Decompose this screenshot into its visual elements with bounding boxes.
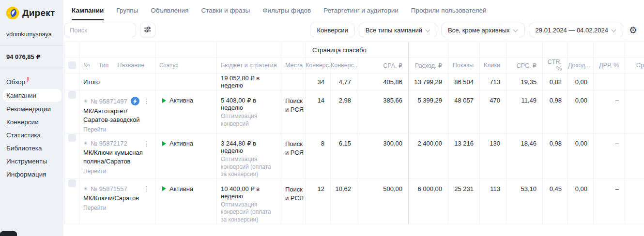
yandex-logo-icon	[6, 7, 19, 19]
status-text: Активна	[169, 185, 193, 192]
account-name[interactable]: vdomkumysnaya	[0, 19, 63, 46]
yandex-direct-logo[interactable]: Директ	[0, 6, 63, 19]
totals-budget: 19 052,80 ₽ в неделю	[217, 74, 281, 90]
column-header-number[interactable]: №	[83, 62, 90, 69]
column-header-status[interactable]: Статус	[155, 58, 217, 74]
cell-revenue: 0,00	[568, 178, 594, 224]
campaign-type-icon: ✳	[83, 186, 88, 192]
campaign-go-link[interactable]: Перейти	[83, 205, 151, 211]
sidebar-item-conversions[interactable]: Конверсии	[0, 116, 63, 129]
column-header-clicks[interactable]: Клики	[480, 58, 506, 74]
tab-campaigns[interactable]: Кампании	[72, 7, 104, 20]
column-header-cpa[interactable]: CPA, ₽	[357, 58, 409, 74]
cell-ctr: 0,45	[543, 178, 568, 224]
sidebar-item-recommendations[interactable]: Рекомендации	[0, 103, 63, 116]
kebab-menu-icon[interactable]: ⋮	[142, 98, 151, 104]
cell-cpc: 53,10	[506, 178, 543, 224]
column-header-revenue[interactable]: Доход...	[568, 58, 594, 74]
cell-conversions: 8	[306, 133, 331, 179]
column-header-impressions[interactable]: Показы	[448, 58, 480, 74]
budget-value: 3 244,80 ₽ в неделю	[221, 140, 277, 154]
date-range-dropdown[interactable]: 29.01.2024 — 04.02.2024	[529, 23, 623, 37]
sliders-icon	[144, 26, 152, 35]
yandex-direct-app: Директ vdomkumysnaya 94 076,85 ₽ Обзорβ …	[0, 0, 644, 236]
budget-value: 10 400,00 ₽ в неделю	[221, 185, 277, 200]
campaign-name[interactable]: МК/Ключи кумысная поляна/Саратов	[83, 148, 151, 165]
tab-groups[interactable]: Группы	[116, 7, 138, 20]
tab-user-profiles[interactable]: Профили пользователей	[411, 7, 487, 20]
tab-ads[interactable]: Объявления	[151, 7, 188, 20]
sidebar-item-information[interactable]: Информация	[0, 168, 63, 181]
conversions-button[interactable]: Конверсии	[310, 23, 354, 37]
column-header-cpc[interactable]: CPC, ₽	[506, 58, 543, 74]
column-header-drr[interactable]: ДРР, %	[594, 58, 625, 74]
tab-retargeting[interactable]: Ретаргетинг и аудитории	[323, 7, 399, 20]
sidebar-item-library[interactable]: Библиотека	[0, 142, 63, 155]
column-header-ctr[interactable]: CTR, %	[543, 58, 568, 74]
chevron-down-icon	[513, 27, 518, 31]
column-header-cropped[interactable]: Ср	[625, 58, 644, 74]
sidebar-item-tools[interactable]: Инструменты	[0, 155, 63, 168]
totals-conversions: 34	[306, 74, 331, 90]
kebab-menu-icon[interactable]: ⋮	[142, 185, 151, 192]
column-header-conversions[interactable]: Конверс...	[306, 58, 331, 74]
cell-revenue: 0,00	[568, 90, 594, 133]
account-balance[interactable]: 94 076,85 ₽	[0, 46, 63, 68]
table-settings-gear-button[interactable]: ⚙	[627, 26, 639, 35]
cell-drr: –	[594, 90, 625, 133]
tab-feed-filters[interactable]: Фильтры фидов	[262, 7, 311, 20]
column-header-conversion-rate[interactable]: Конверс...	[331, 58, 357, 74]
row-checkbox[interactable]	[68, 134, 76, 142]
campaign-go-link[interactable]: Перейти	[83, 168, 151, 175]
strategy-text: Оптимизация конверсий	[221, 113, 277, 128]
sidebar-item-label: Статистика	[6, 132, 41, 139]
cell-cost: 2 400,00	[409, 133, 448, 179]
play-icon	[162, 141, 166, 146]
column-header-budget[interactable]: Бюджет и стратегия	[217, 58, 281, 74]
campaign-go-link[interactable]: Перейти	[83, 126, 151, 133]
kebab-menu-icon[interactable]: ⋮	[142, 140, 151, 147]
campaign-name[interactable]: МК/Ключи/Саратов	[83, 194, 151, 203]
cell-conversion-rate: 6,15	[331, 133, 357, 179]
filter-settings-button[interactable]	[140, 23, 155, 37]
row-checkbox[interactable]	[68, 91, 76, 99]
gear-icon: ⚙	[629, 25, 637, 35]
sidebar: Директ vdomkumysnaya 94 076,85 ₽ Обзорβ …	[0, 0, 63, 236]
date-range-value: 29.01.2024 — 04.02.2024	[536, 27, 608, 34]
column-header-places[interactable]: Места	[281, 58, 306, 74]
campaign-type-dropdown[interactable]: Все типы кампаний	[359, 23, 437, 37]
sidebar-item-statistics[interactable]: Статистика	[0, 129, 63, 142]
boost-icon[interactable]	[131, 97, 139, 105]
totals-revenue: 0,00	[568, 74, 594, 90]
sidebar-item-campaigns[interactable]: Кампании	[3, 89, 61, 102]
row-checkbox[interactable]	[68, 179, 76, 187]
select-all-checkbox[interactable]	[68, 61, 76, 69]
totals-drr	[594, 74, 625, 90]
cell-impressions: 25 231	[448, 178, 480, 224]
campaign-type-icon: ✳	[83, 99, 88, 104]
sidebar-item-label: Обзор	[6, 78, 25, 86]
totals-cost: 13 799,29	[409, 74, 448, 90]
search-input[interactable]	[64, 23, 136, 37]
column-header-name[interactable]: Название	[117, 62, 144, 69]
chevron-down-icon	[426, 27, 430, 31]
table-row: ✳ № 95871497 ⋮ МК/Автотаргет/Саратов-зав…	[65, 90, 644, 133]
totals-clicks: 713	[480, 74, 506, 90]
campaign-number: № 95871497	[91, 98, 127, 105]
totals-row: Итого 19 052,80 ₽ в неделю 34 4,77 405,8…	[65, 74, 644, 90]
column-header-cost[interactable]: Расход, ₽	[409, 58, 448, 74]
cell-impressions: 48 057	[448, 90, 480, 133]
campaign-name[interactable]: МК/Автотаргет/Саратов-заводской	[83, 107, 151, 124]
sidebar-item-label: Информация	[6, 171, 46, 178]
totals-ctr: 0,82	[543, 74, 568, 90]
column-header-type[interactable]: Тип	[98, 62, 108, 69]
cell-revenue: 0,00	[568, 133, 594, 179]
sidebar-item-overview[interactable]: Обзорβ	[0, 74, 63, 88]
beta-badge: β	[27, 77, 30, 82]
cell-cost: 6 000,00	[409, 178, 448, 224]
cell-conversion-rate: 10,62	[331, 178, 357, 224]
archive-filter-dropdown[interactable]: Все, кроме архивных	[441, 23, 525, 37]
tab-bids-phrases[interactable]: Ставки и фразы	[201, 7, 250, 20]
chat-widget[interactable]	[0, 231, 17, 236]
archive-filter-value: Все, кроме архивных	[448, 27, 510, 34]
